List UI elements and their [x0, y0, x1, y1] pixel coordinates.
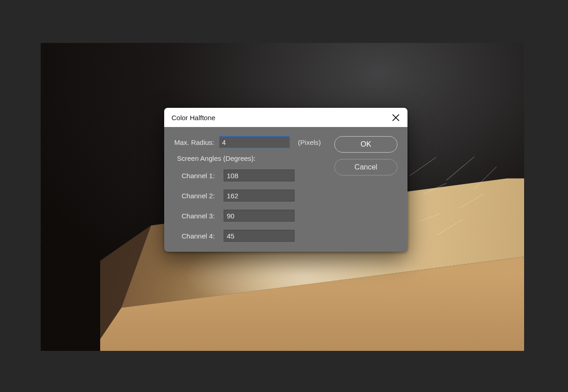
ok-button-label: OK: [360, 140, 371, 148]
dialog-form: Max. Radius: (Pixels) Screen Angles (Deg…: [174, 136, 323, 242]
cancel-button[interactable]: Cancel: [334, 159, 397, 175]
channel-1-row: Channel 1:: [174, 170, 323, 181]
dialog-buttons: OK Cancel: [334, 136, 397, 242]
channel-3-label: Channel 3:: [182, 212, 218, 220]
cancel-button-label: Cancel: [354, 163, 377, 171]
close-icon[interactable]: [390, 112, 401, 123]
channel-2-label: Channel 2:: [182, 192, 218, 200]
channel-1-input[interactable]: [224, 170, 295, 181]
max-radius-unit: (Pixels): [298, 138, 321, 146]
dialog-titlebar[interactable]: Color Halftone: [164, 108, 407, 127]
ok-button[interactable]: OK: [334, 136, 397, 153]
color-halftone-dialog: Color Halftone Max. Radius: (Pixels) Scr…: [164, 108, 407, 252]
channel-2-input[interactable]: [224, 190, 295, 201]
max-radius-label: Max. Radius:: [174, 138, 214, 146]
channel-4-label: Channel 4:: [182, 232, 218, 240]
dialog-title: Color Halftone: [171, 114, 390, 122]
channel-4-row: Channel 4:: [174, 230, 323, 242]
channel-3-input[interactable]: [224, 210, 295, 222]
max-radius-input[interactable]: [219, 136, 290, 148]
screen-angles-label: Screen Angles (Degrees):: [177, 154, 323, 162]
channel-3-row: Channel 3:: [174, 210, 323, 222]
channel-2-row: Channel 2:: [174, 190, 323, 201]
dialog-body: Max. Radius: (Pixels) Screen Angles (Deg…: [164, 127, 407, 252]
channel-4-input[interactable]: [224, 230, 295, 242]
max-radius-row: Max. Radius: (Pixels): [174, 136, 323, 148]
channel-1-label: Channel 1:: [182, 172, 218, 180]
